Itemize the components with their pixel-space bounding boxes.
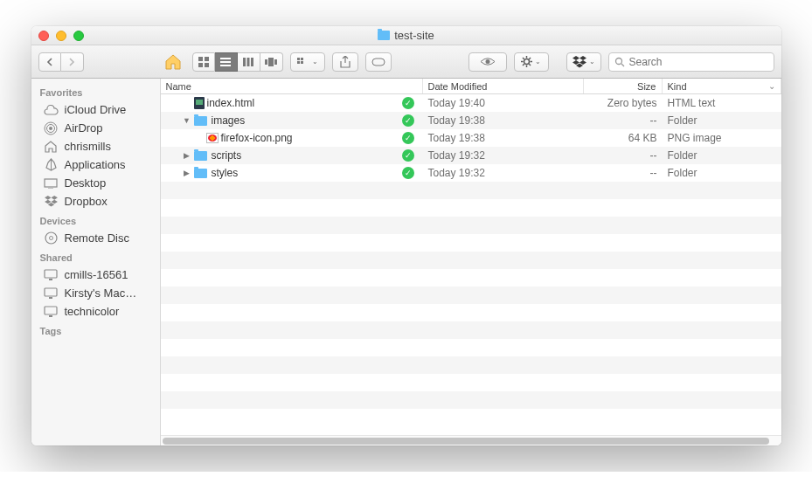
svg-rect-40 bbox=[45, 288, 57, 296]
scrollbar-thumb[interactable] bbox=[163, 438, 769, 445]
svg-rect-2 bbox=[198, 63, 203, 67]
sidebar-item-label: Dropbox bbox=[65, 195, 108, 208]
search-input[interactable] bbox=[629, 56, 768, 68]
forward-button[interactable] bbox=[61, 52, 84, 72]
img-icon bbox=[206, 133, 219, 143]
column-date[interactable]: Date Modified bbox=[423, 79, 584, 93]
minimize-button[interactable] bbox=[56, 31, 66, 41]
tags-button[interactable] bbox=[365, 52, 392, 72]
sidebar-item-label: cmills-16561 bbox=[65, 268, 128, 281]
table-row[interactable]: ▼images✓Today 19:38--Folder bbox=[161, 112, 781, 129]
disclosure-triangle[interactable]: ▼ bbox=[183, 116, 191, 125]
svg-rect-6 bbox=[220, 65, 231, 66]
sidebar-item[interactable]: Dropbox bbox=[31, 192, 160, 211]
sidebar-item-label: AirDrop bbox=[65, 121, 103, 135]
eye-icon bbox=[480, 57, 496, 66]
monitor-icon bbox=[44, 305, 59, 318]
svg-rect-43 bbox=[49, 315, 52, 317]
sync-status-icon: ✓ bbox=[402, 97, 414, 109]
table-row[interactable]: firefox-icon.png✓Today 19:3864 KBPNG ima… bbox=[161, 129, 781, 147]
svg-rect-11 bbox=[268, 58, 274, 66]
view-group bbox=[192, 52, 283, 72]
svg-rect-3 bbox=[205, 63, 209, 67]
table-row[interactable]: index.html✓Today 19:40Zero bytesHTML tex… bbox=[161, 94, 781, 112]
file-name: scripts bbox=[212, 149, 242, 162]
file-size: -- bbox=[584, 114, 663, 127]
table-row bbox=[161, 269, 781, 287]
sidebar-item-label: Kirsty's Mac… bbox=[65, 287, 137, 300]
search-field[interactable] bbox=[608, 52, 774, 72]
dropbox-icon bbox=[44, 195, 59, 208]
search-icon bbox=[614, 57, 625, 67]
table-row[interactable]: ▶styles✓Today 19:32--Folder bbox=[161, 164, 781, 182]
share-button[interactable] bbox=[332, 52, 358, 72]
sidebar-item[interactable]: AirDrop bbox=[31, 119, 160, 137]
sidebar-item[interactable]: Remote Disc bbox=[31, 229, 160, 247]
file-kind: Folder bbox=[663, 149, 781, 162]
disclosure-triangle[interactable]: ▶ bbox=[183, 169, 191, 177]
sidebar-item[interactable]: iCloud Drive bbox=[31, 100, 160, 119]
svg-point-18 bbox=[485, 59, 489, 64]
coverflow-view-button[interactable] bbox=[260, 52, 283, 72]
sidebar-item[interactable]: technicolor bbox=[31, 302, 160, 321]
horizontal-scrollbar[interactable] bbox=[161, 435, 781, 445]
arrange-button[interactable]: ⌄ bbox=[290, 52, 325, 72]
column-size[interactable]: Size bbox=[584, 79, 663, 93]
action-button[interactable]: ⌄ bbox=[514, 52, 549, 72]
sidebar-item-label: Applications bbox=[65, 158, 126, 171]
dropbox-button[interactable]: ⌄ bbox=[566, 52, 601, 72]
columns-icon bbox=[243, 58, 253, 66]
cloud-icon bbox=[44, 103, 59, 116]
svg-point-28 bbox=[615, 58, 621, 64]
sidebar: FavoritesiCloud DriveAirDropchrismillsAp… bbox=[31, 79, 161, 445]
folder-icon bbox=[194, 169, 207, 178]
svg-rect-10 bbox=[265, 59, 267, 65]
file-date: Today 19:38 bbox=[423, 114, 584, 127]
list-view-button[interactable] bbox=[215, 52, 238, 72]
quicklook-button[interactable] bbox=[468, 52, 507, 72]
file-name: styles bbox=[212, 167, 239, 179]
desktop-icon bbox=[44, 176, 59, 190]
file-kind: Folder bbox=[663, 167, 781, 179]
svg-point-36 bbox=[45, 232, 57, 244]
file-size: -- bbox=[584, 167, 663, 179]
sidebar-item[interactable]: cmills-16561 bbox=[31, 266, 160, 284]
home-button[interactable] bbox=[161, 52, 185, 72]
file-kind: PNG image bbox=[663, 132, 781, 144]
sidebar-item[interactable]: Kirsty's Mac… bbox=[31, 284, 160, 302]
icon-view-button[interactable] bbox=[192, 52, 215, 72]
file-kind: Folder bbox=[663, 114, 781, 127]
house-icon bbox=[44, 140, 59, 153]
folder-icon bbox=[194, 151, 207, 161]
svg-rect-7 bbox=[243, 58, 246, 66]
column-view-button[interactable] bbox=[238, 52, 260, 72]
table-row bbox=[161, 182, 781, 199]
file-date: Today 19:40 bbox=[423, 97, 584, 109]
svg-point-19 bbox=[524, 59, 530, 65]
disclosure-triangle[interactable]: ▶ bbox=[183, 151, 191, 160]
column-name[interactable]: Name bbox=[161, 79, 423, 93]
svg-rect-4 bbox=[220, 58, 231, 59]
sidebar-item-label: Remote Disc bbox=[65, 231, 129, 245]
zoom-button[interactable] bbox=[73, 31, 84, 41]
sidebar-section-header: Shared bbox=[31, 247, 160, 266]
back-button[interactable] bbox=[38, 52, 61, 72]
sidebar-item[interactable]: Desktop bbox=[31, 174, 160, 192]
sidebar-section-header: Tags bbox=[31, 321, 160, 339]
svg-rect-13 bbox=[297, 58, 300, 60]
column-headers: Name Date Modified Size Kind bbox=[161, 79, 781, 94]
window-title: test-site bbox=[394, 29, 434, 42]
finder-window: test-site bbox=[31, 26, 781, 445]
table-row[interactable]: ▶scripts✓Today 19:32--Folder bbox=[161, 147, 781, 164]
folder-icon bbox=[194, 116, 207, 126]
column-kind[interactable]: Kind bbox=[663, 79, 781, 93]
sidebar-section-header: Favorites bbox=[31, 82, 160, 100]
svg-point-37 bbox=[49, 237, 52, 240]
sidebar-item[interactable]: Applications bbox=[31, 155, 160, 174]
sidebar-item[interactable]: chrismills bbox=[31, 137, 160, 155]
file-rows: index.html✓Today 19:40Zero bytesHTML tex… bbox=[161, 94, 781, 435]
close-button[interactable] bbox=[38, 31, 49, 41]
svg-line-24 bbox=[523, 58, 524, 59]
grid-icon bbox=[198, 57, 209, 67]
svg-rect-8 bbox=[247, 58, 250, 66]
